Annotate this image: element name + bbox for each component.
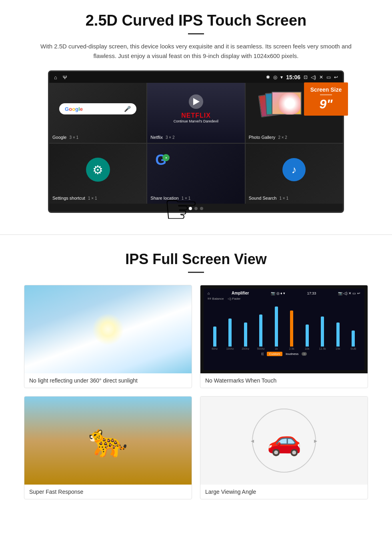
eq-bar-group-500hz: 500hz (254, 315, 268, 350)
close-icon: ✕ (319, 74, 323, 80)
sound-label: Sound Search 1 × 1 (249, 196, 288, 200)
eq-bar-group-12.5k: 12.5k (316, 317, 330, 350)
eq-bar-group-2.5k: 2.5k (285, 311, 299, 350)
amp-fader: ◁) Fader (228, 297, 240, 301)
google-search-bar[interactable]: Google 🎤 (59, 103, 136, 114)
amp-toggle: ○ (302, 352, 307, 356)
eq-bar-60hz[interactable] (213, 327, 216, 347)
sound-search-icon: ♪ (282, 158, 306, 181)
eq-bar-group-100hz: 100hz (223, 319, 238, 350)
eq-bar-12.5k[interactable] (321, 317, 324, 347)
feature-img-cheetah: 🐆 (24, 397, 192, 485)
eq-label-100hz: 100hz (226, 347, 234, 350)
eq-label-60hz: 60hz (212, 347, 218, 350)
page-dots (49, 204, 343, 212)
eq-bar-group-60hz: 60hz (208, 327, 222, 350)
section-ips: IPS Full Screen View No light reflecting… (0, 247, 392, 511)
feature-card-car: ◂ 🚗 ▸ Large Viewing Angle (200, 396, 368, 499)
eq-bar-1k[interactable] (275, 307, 278, 347)
sun-glow (92, 313, 124, 345)
amp-title: Amplifier (232, 291, 249, 295)
eq-bar-group-15k: 15k (331, 323, 345, 350)
eq-bar-group-SUB: SUB (346, 331, 361, 350)
amp-icons: 📷 ◎ ♦ ▾ (271, 291, 285, 295)
eq-label-1k: 1k (275, 347, 278, 350)
car-circle: ◂ 🚗 ▸ (252, 409, 316, 473)
badge-title: Screen Size (309, 86, 343, 93)
location-icon: ◎ (273, 74, 277, 80)
amp-custom: Custom (267, 352, 283, 356)
eq-bar-SUB[interactable] (352, 331, 355, 347)
app-cell-sound[interactable]: ♪ Sound Search 1 × 1 (246, 144, 343, 204)
feature-card-cheetah: 🐆 Super Fast Response (24, 396, 192, 499)
amp-time: 17:33 (307, 291, 316, 295)
amp-loudness: loudness (286, 352, 298, 356)
feature-img-sunlight (24, 285, 192, 373)
badge-size: 9" (309, 97, 343, 112)
play-button[interactable] (189, 94, 203, 109)
device-mockup: Screen Size 9" ⌂ Ψ ✱ ◎ ▾ 15:06 ⊡ ◁) ✕ (48, 70, 344, 213)
eq-label-2.5k: 2.5k (289, 347, 294, 350)
back-icon[interactable]: ↩ (334, 74, 338, 80)
eq-label-200hz: 200hz (242, 347, 249, 350)
amp-screen: ⌂ Amplifier 📷 ◎ ♦ ▾ 17:33 📷 ◁) ✕ ▭ ↩ ≡≡ … (204, 289, 364, 370)
feature-img-amplifier: ⌂ Amplifier 📷 ◎ ♦ ▾ 17:33 📷 ◁) ✕ ▭ ↩ ≡≡ … (200, 285, 368, 373)
section-touch-screen: 2.5D Curved IPS Touch Screen With 2.5D c… (0, 0, 392, 222)
settings-gear-icon: ⚙ (86, 158, 110, 182)
amp-prev: ⟨⟨ (261, 352, 264, 356)
title-underline (188, 33, 204, 34)
mic-icon: 🎤 (124, 106, 131, 112)
eq-bar-2.5k[interactable] (290, 311, 293, 347)
google-location-dot: • (162, 154, 170, 161)
feature-card-amplifier: ⌂ Amplifier 📷 ◎ ♦ ▾ 17:33 📷 ◁) ✕ ▭ ↩ ≡≡ … (200, 285, 368, 388)
app-cell-google[interactable]: Google 🎤 Google 3 × 1 (49, 83, 146, 143)
camera-icon: ⊡ (304, 74, 308, 80)
feature-grid: No light reflecting under 360° direct su… (24, 285, 368, 499)
window-icon: ▭ (326, 74, 331, 80)
amp-eq-bars: 60hz100hz200hz500hz1k2.5k10k12.5k15kSUB (206, 302, 362, 350)
section-divider (0, 234, 392, 235)
eq-label-10k: 10k (305, 347, 309, 350)
google-label: Google 3 × 1 (52, 135, 78, 140)
eq-bar-group-1k: 1k (269, 307, 284, 350)
device-screen: ⌂ Ψ ✱ ◎ ▾ 15:06 ⊡ ◁) ✕ ▭ ↩ (48, 70, 344, 213)
eq-label-12.5k: 12.5k (319, 347, 326, 350)
amp-footer: ⟨⟨ Custom loudness ○ (206, 350, 362, 358)
dot-2 (194, 207, 198, 210)
play-triangle-icon (193, 98, 200, 105)
section1-title: 2.5D Curved IPS Touch Screen (24, 12, 368, 29)
app-cell-share[interactable]: G • Share location 1 × 1 (147, 144, 244, 204)
eq-bar-group-200hz: 200hz (238, 323, 253, 350)
amp-right-icons: 📷 ◁) ✕ ▭ ↩ (338, 291, 360, 295)
eq-label-500hz: 500hz (257, 347, 265, 350)
eq-bar-200hz[interactable] (244, 323, 247, 347)
home-icon[interactable]: ⌂ (54, 74, 57, 80)
car-top-view: 🚗 (267, 424, 302, 457)
eq-label-SUB: SUB (350, 347, 356, 350)
amp-controls: ≡≡ Balance ◁) Fader (206, 297, 362, 302)
feature-caption-amplifier: No Watermarks When Touch (200, 373, 368, 388)
eq-bar-100hz[interactable] (228, 319, 232, 347)
status-bar: ⌂ Ψ ✱ ◎ ▾ 15:06 ⊡ ◁) ✕ ▭ ↩ (49, 72, 343, 83)
badge-divider (320, 94, 332, 95)
app-cell-netflix[interactable]: NETFLIX Continue Marvel's Daredevil Netf… (147, 83, 244, 143)
share-label: Share location 1 × 1 (150, 196, 190, 200)
eq-bar-group-10k: 10k (300, 325, 314, 350)
section1-description: With 2.5D curved-display screen, this de… (32, 42, 360, 61)
amp-status-bar: ⌂ Amplifier 📷 ◎ ♦ ▾ 17:33 📷 ◁) ✕ ▭ ↩ (206, 291, 362, 295)
eq-bar-10k[interactable] (306, 325, 309, 347)
eq-bar-500hz[interactable] (259, 315, 262, 347)
netflix-logo: NETFLIX (181, 112, 211, 119)
status-time: 15:06 (286, 74, 300, 80)
section2-underline (188, 272, 204, 273)
feature-img-car: ◂ 🚗 ▸ (200, 397, 368, 485)
gallery-flower (279, 92, 301, 114)
app-cell-settings[interactable]: ⚙ Settings shortcut 1 × 1 (49, 144, 146, 204)
gallery-label: Photo Gallery 2 × 2 (249, 135, 287, 140)
status-bar-right: ✱ ◎ ▾ 15:06 ⊡ ◁) ✕ ▭ ↩ (266, 74, 338, 80)
screen-size-badge: Screen Size 9" (304, 82, 348, 116)
app-grid: Google 🎤 Google 3 × 1 (49, 83, 343, 204)
eq-bar-15k[interactable] (336, 323, 340, 347)
eq-label-15k: 15k (336, 347, 340, 350)
dot-1 (189, 207, 192, 210)
